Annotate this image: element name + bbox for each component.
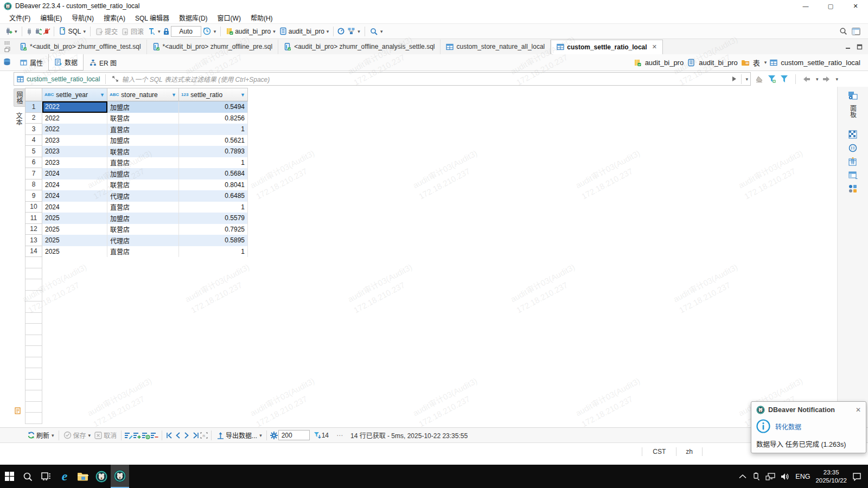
- editor-tab-2[interactable]: <audit_bi_pro> zhumr_offline_analysis_se…: [278, 40, 441, 54]
- editor-tab-1[interactable]: *<audit_bi_pro> zhumr_offline_pre.sql: [147, 40, 279, 54]
- context-schema[interactable]: audit_bi_pro: [699, 59, 738, 67]
- editor-tab-3[interactable]: custom_store_nature_all_local: [441, 40, 551, 54]
- maximize-view-icon[interactable]: [857, 44, 863, 50]
- cell-settle_year[interactable]: 2024: [42, 179, 107, 191]
- calendar-icon[interactable]: [848, 157, 857, 166]
- commit-button[interactable]: 提交: [93, 25, 119, 37]
- editor-tab-4[interactable]: custom_settle_ratio_local✕: [551, 40, 663, 54]
- cell-settle_ratio[interactable]: 0.6485: [179, 190, 248, 202]
- layout-panel-icon[interactable]: [848, 171, 858, 179]
- filter-input[interactable]: custom_settle_ratio_local 输入一个 SQL 表达式来过…: [14, 72, 751, 86]
- dbeaver-taskbar-icon[interactable]: [92, 465, 111, 488]
- search-menu-button[interactable]: ▾: [368, 26, 385, 37]
- menu-item-3[interactable]: 搜索(A): [99, 12, 130, 23]
- cell-settle_ratio[interactable]: 0.7893: [179, 146, 248, 157]
- cell-settle_ratio[interactable]: 0.5621: [179, 135, 248, 146]
- cell-settle_year[interactable]: 2022: [42, 113, 107, 124]
- rollback-button[interactable]: 回滚: [119, 25, 145, 37]
- tab-data[interactable]: 数据: [48, 54, 84, 70]
- quick-access-search-icon[interactable]: [839, 27, 847, 36]
- cell-settle_ratio[interactable]: 0.5895: [179, 235, 248, 246]
- transaction-mode-button[interactable]: ▾: [145, 26, 162, 37]
- context-table[interactable]: custom_settle_ratio_local: [781, 59, 860, 67]
- column-header-settle_ratio[interactable]: 123settle_ratio▼: [179, 88, 248, 101]
- menu-item-5[interactable]: 数据库(D): [174, 12, 213, 23]
- network-tray-icon[interactable]: [765, 473, 775, 480]
- context-object-type[interactable]: 表: [753, 57, 760, 68]
- cell-settle_ratio[interactable]: 0.5494: [179, 101, 248, 113]
- tab-er-diagram[interactable]: ER 图: [84, 54, 122, 70]
- cell-store_nature[interactable]: 加盟店: [107, 213, 179, 224]
- cell-settle_year[interactable]: 2025: [42, 213, 107, 224]
- row-number-header[interactable]: [25, 88, 42, 101]
- cell-settle_year[interactable]: 2025: [42, 235, 107, 246]
- cell-store_nature[interactable]: 直营店: [107, 124, 179, 135]
- chevron-down-icon[interactable]: ▾: [835, 76, 838, 82]
- cell-store_nature[interactable]: 加盟店: [107, 168, 179, 179]
- save-button[interactable]: 保存 ▾: [62, 429, 93, 441]
- cell-settle_ratio[interactable]: 0.8256: [179, 113, 248, 124]
- calc-panel-icon[interactable]: [848, 184, 857, 193]
- cell-settle_year[interactable]: 2025: [42, 224, 107, 235]
- fetch-page-icon[interactable]: n: [200, 431, 208, 440]
- cell-store_nature[interactable]: 加盟店: [107, 135, 179, 146]
- chevron-down-icon[interactable]: ▾: [816, 76, 819, 82]
- menu-item-0[interactable]: 文件(F): [4, 12, 35, 23]
- context-connection[interactable]: audit_bi_pro: [645, 59, 684, 67]
- column-dropdown-icon[interactable]: ▼: [240, 92, 245, 98]
- last-row-icon[interactable]: [191, 431, 200, 440]
- start-button[interactable]: [0, 465, 18, 488]
- taskbar-clock[interactable]: 23:35 2025/10/22: [815, 468, 847, 485]
- cell-settle_year[interactable]: 2025: [42, 246, 107, 258]
- cell-settle_year[interactable]: 2022: [42, 124, 107, 135]
- cell-settle_ratio[interactable]: 1: [179, 157, 248, 169]
- notification-action-link[interactable]: 转化数据: [775, 422, 801, 431]
- duplicate-row-icon[interactable]: [142, 431, 150, 440]
- cell-settle_year[interactable]: 2023: [42, 146, 107, 157]
- add-row-icon[interactable]: [133, 431, 142, 440]
- export-data-button[interactable]: 导出数据... ▾: [214, 429, 264, 441]
- close-button[interactable]: ✕: [843, 0, 868, 12]
- notification-close-icon[interactable]: ✕: [856, 406, 861, 414]
- menu-item-7[interactable]: 帮助(H): [246, 12, 278, 23]
- connect-icon[interactable]: [25, 27, 34, 36]
- active-connection-combo[interactable]: audit_bi_pro ▾: [224, 26, 277, 37]
- column-dropdown-icon[interactable]: ▼: [171, 92, 176, 98]
- chevron-down-icon[interactable]: ▾: [764, 60, 767, 65]
- row-number[interactable]: 6: [25, 157, 42, 169]
- cell-settle_ratio[interactable]: 0.7925: [179, 224, 248, 235]
- row-number[interactable]: 5: [25, 146, 42, 157]
- edit-cell-icon[interactable]: [124, 431, 133, 440]
- maximize-button[interactable]: ▢: [818, 0, 843, 12]
- dashboard-icon[interactable]: [336, 27, 345, 36]
- lock-icon[interactable]: [162, 27, 171, 36]
- row-number[interactable]: 9: [25, 190, 42, 202]
- aggregate-icon[interactable]: [848, 144, 857, 152]
- apply-filter-icon[interactable]: [731, 75, 738, 83]
- dbeaver-taskbar-icon-active[interactable]: [111, 465, 129, 488]
- settings-gear-icon[interactable]: [270, 431, 278, 440]
- cell-settle_year[interactable]: 2024: [42, 190, 107, 202]
- cancel-button[interactable]: 取消: [92, 429, 118, 441]
- column-header-store_nature[interactable]: ABCstore_nature▼: [107, 88, 179, 101]
- active-schema-combo[interactable]: audit_bi_pro ▾: [277, 26, 331, 37]
- reconnect-icon[interactable]: [34, 27, 42, 36]
- new-connection-button[interactable]: ▾: [2, 26, 19, 37]
- filter-history-chevron-icon[interactable]: ▾: [745, 76, 748, 82]
- cell-store_nature[interactable]: 代理店: [107, 235, 179, 246]
- column-dropdown-icon[interactable]: ▼: [100, 92, 105, 98]
- expand-filter-icon[interactable]: [111, 75, 119, 83]
- cell-settle_year[interactable]: 2024: [42, 202, 107, 213]
- cell-store_nature[interactable]: 联营店: [107, 146, 179, 157]
- column-header-settle_year[interactable]: ABCsettle_year▼: [42, 88, 107, 101]
- cell-store_nature[interactable]: 直营店: [107, 157, 179, 169]
- value-viewer-icon[interactable]: [848, 130, 857, 139]
- tray-chevron-up-icon[interactable]: [739, 474, 746, 479]
- row-number[interactable]: 3: [25, 124, 42, 135]
- er-diagram-button[interactable]: ▾: [345, 26, 362, 37]
- back-icon[interactable]: [802, 75, 811, 84]
- minimize-view-icon[interactable]: [845, 44, 851, 50]
- row-number[interactable]: 10: [25, 202, 42, 213]
- cell-settle_ratio[interactable]: 0.5684: [179, 168, 248, 179]
- cell-store_nature[interactable]: 直营店: [107, 202, 179, 213]
